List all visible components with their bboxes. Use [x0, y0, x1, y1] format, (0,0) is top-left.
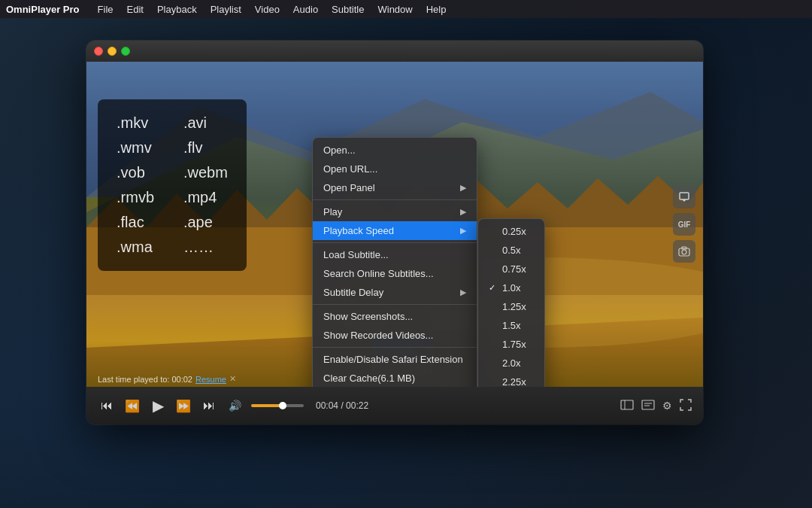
svg-marker-10	[682, 199, 686, 202]
speed-item-0.5x[interactable]: 0.5x	[478, 241, 544, 260]
format-ape: .ape	[183, 214, 228, 231]
menu-screenshots[interactable]: Show Screenshots...	[313, 307, 477, 326]
speed-item-2.25x[interactable]: 2.25x	[478, 373, 544, 387]
volume-slider[interactable]	[251, 404, 304, 407]
format-avi: .avi	[183, 114, 228, 132]
formats-overlay: .mkv .avi .wmv .flv .vob .webm .rmvb .mp…	[98, 99, 247, 271]
open-panel-arrow: ▶	[460, 183, 466, 193]
format-flv: .flv	[183, 139, 228, 157]
context-menu: Open... Open URL... Open Panel ▶ Play ▶ …	[312, 137, 477, 387]
menu-open[interactable]: Open...	[313, 141, 477, 160]
minimize-button[interactable]	[108, 47, 117, 56]
speed-arrow: ▶	[460, 226, 466, 236]
speed-item-1.75x[interactable]: 1.75x	[478, 335, 544, 354]
fast-forward-button[interactable]: ⏩	[174, 397, 192, 415]
close-button[interactable]	[94, 47, 103, 56]
menu-open-url[interactable]: Open URL...	[313, 160, 477, 178]
menu-play[interactable]: Play ▶	[313, 202, 477, 221]
speed-item-1.0x[interactable]: ✓1.0x	[478, 278, 544, 297]
resume-bar: Last time played to: 00:02 Resume ✕	[98, 374, 236, 384]
menu-playback-speed[interactable]: Playback Speed ▶ 0.25x0.5x0.75x✓1.0x1.25…	[313, 221, 477, 240]
speed-item-0.75x[interactable]: 0.75x	[478, 260, 544, 278]
speed-item-1.25x[interactable]: 1.25x	[478, 297, 544, 316]
play-arrow: ▶	[460, 207, 466, 217]
sidebar-icons: GIF	[673, 186, 695, 263]
skip-forward-button[interactable]: ⏭	[200, 397, 218, 415]
camera-icon[interactable]	[673, 240, 695, 263]
menu-audio[interactable]: Audio	[287, 2, 324, 17]
title-bar	[86, 41, 703, 62]
format-mkv: .mkv	[117, 114, 161, 132]
format-flac: .flac	[117, 214, 161, 231]
volume-icon[interactable]: 🔊	[226, 397, 244, 415]
svg-rect-17	[621, 400, 633, 409]
menu-sep-3	[313, 304, 477, 305]
screen-mode-icon[interactable]	[620, 400, 634, 412]
svg-rect-19	[642, 400, 654, 409]
rewind-button[interactable]: ⏪	[123, 397, 141, 415]
gif-icon[interactable]: GIF	[673, 213, 695, 236]
format-wmv: .wmv	[117, 139, 161, 157]
menu-bar-items: File Edit Playback Playlist Video Audio …	[92, 2, 453, 17]
menu-playback[interactable]: Playback	[151, 2, 203, 17]
format-wma: .wma	[117, 239, 161, 256]
menu-edit[interactable]: Edit	[121, 2, 150, 17]
menu-recorded-videos[interactable]: Show Recorded Videos...	[313, 326, 477, 345]
menu-open-panel[interactable]: Open Panel ▶	[313, 178, 477, 197]
menu-safari-ext[interactable]: Enable/Disable Safari Extension	[313, 350, 477, 369]
format-webm: .webm	[183, 164, 228, 181]
volume-thumb	[279, 402, 286, 409]
speed-item-2.0x[interactable]: 2.0x	[478, 354, 544, 373]
resume-text: Last time played to: 00:02	[98, 375, 192, 384]
desktop: .mkv .avi .wmv .flv .vob .webm .rmvb .mp…	[0, 18, 812, 508]
player-window: .mkv .avi .wmv .flv .vob .webm .rmvb .mp…	[86, 41, 703, 424]
fullscreen-icon[interactable]	[680, 399, 692, 413]
format-rmvb: .rmvb	[117, 189, 161, 206]
speed-item-0.25x[interactable]: 0.25x	[478, 222, 544, 241]
format-more: ……	[183, 239, 228, 256]
menu-search-subtitles[interactable]: Search Online Subtitles...	[313, 264, 477, 283]
skip-back-button[interactable]: ⏮	[98, 397, 116, 415]
play-button[interactable]: ▶	[149, 397, 167, 415]
airplay-icon[interactable]	[673, 186, 695, 208]
menu-sep-1	[313, 199, 477, 200]
maximize-button[interactable]	[121, 47, 130, 56]
svg-point-12	[682, 250, 686, 254]
traffic-lights	[94, 47, 130, 56]
subtitle-icon[interactable]	[641, 400, 655, 412]
menu-help[interactable]: Help	[420, 2, 453, 17]
speed-submenu: 0.25x0.5x0.75x✓1.0x1.25x1.5x1.75x2.0x2.2…	[477, 218, 545, 387]
menu-sep-4	[313, 347, 477, 348]
menu-subtitle[interactable]: Subtitle	[326, 2, 370, 17]
menu-subtitle-delay[interactable]: Subtitle Delay ▶	[313, 283, 477, 302]
subtitle-delay-arrow: ▶	[460, 287, 466, 297]
controls-bar: ⏮ ⏪ ▶ ⏩ ⏭ 🔊 00:04 / 00:22	[86, 387, 703, 424]
speed-item-1.5x[interactable]: 1.5x	[478, 316, 544, 335]
menu-load-subtitle[interactable]: Load Subtitle...	[313, 245, 477, 264]
resume-close-icon[interactable]: ✕	[229, 374, 236, 384]
time-display: 00:04 / 00:22	[316, 400, 368, 411]
menu-clear-cache[interactable]: Clear Cache(6.1 MB)	[313, 369, 477, 387]
menu-bar: OmniPlayer Pro File Edit Playback Playli…	[0, 0, 812, 18]
menu-sep-2	[313, 242, 477, 243]
video-area: .mkv .avi .wmv .flv .vob .webm .rmvb .mp…	[86, 62, 703, 387]
svg-rect-9	[680, 193, 689, 199]
menu-window[interactable]: Window	[371, 2, 418, 17]
menu-file[interactable]: File	[92, 2, 120, 17]
menu-playlist[interactable]: Playlist	[205, 2, 247, 17]
format-vob: .vob	[117, 164, 161, 181]
format-mp4: .mp4	[183, 189, 228, 206]
menu-video[interactable]: Video	[249, 2, 286, 17]
settings-icon[interactable]: ⚙	[662, 400, 672, 412]
resume-link[interactable]: Resume	[195, 375, 226, 384]
app-name[interactable]: OmniPlayer Pro	[6, 4, 80, 15]
